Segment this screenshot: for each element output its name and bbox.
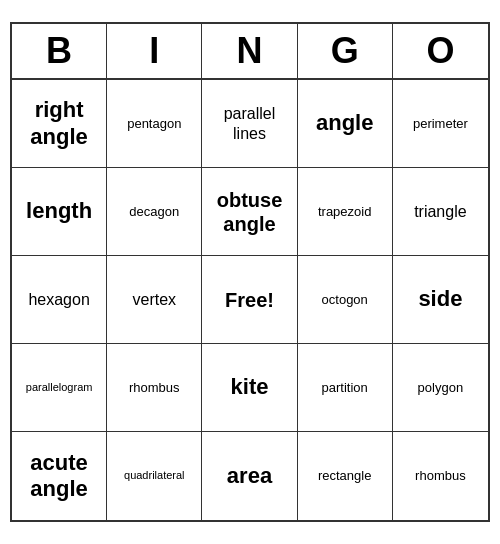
cell-text: parallelogram — [26, 381, 93, 394]
bingo-cell: hexagon — [12, 256, 107, 344]
bingo-cell: parallel lines — [202, 80, 297, 168]
cell-text: pentagon — [127, 116, 181, 132]
cell-text: vertex — [133, 290, 177, 309]
header-letter: B — [12, 24, 107, 78]
cell-text: octogon — [322, 292, 368, 308]
bingo-cell: partition — [298, 344, 393, 432]
bingo-cell: obtuse angle — [202, 168, 297, 256]
bingo-cell: angle — [298, 80, 393, 168]
bingo-cell: area — [202, 432, 297, 520]
bingo-cell: acute angle — [12, 432, 107, 520]
bingo-cell: side — [393, 256, 488, 344]
cell-text: obtuse angle — [206, 188, 292, 236]
header-letter: N — [202, 24, 297, 78]
bingo-grid: right anglepentagonparallel linesanglepe… — [12, 80, 488, 520]
bingo-cell: rhombus — [393, 432, 488, 520]
bingo-cell: parallelogram — [12, 344, 107, 432]
cell-text: angle — [316, 110, 373, 136]
cell-text: right angle — [16, 97, 102, 150]
cell-text: area — [227, 463, 272, 489]
bingo-cell: trapezoid — [298, 168, 393, 256]
bingo-header: BINGO — [12, 24, 488, 80]
bingo-cell: length — [12, 168, 107, 256]
bingo-cell: vertex — [107, 256, 202, 344]
bingo-cell: rectangle — [298, 432, 393, 520]
bingo-cell: decagon — [107, 168, 202, 256]
bingo-cell: octogon — [298, 256, 393, 344]
cell-text: perimeter — [413, 116, 468, 132]
bingo-cell: Free! — [202, 256, 297, 344]
cell-text: Free! — [225, 288, 274, 312]
cell-text: rectangle — [318, 468, 371, 484]
bingo-cell: polygon — [393, 344, 488, 432]
cell-text: quadrilateral — [124, 469, 185, 482]
cell-text: trapezoid — [318, 204, 371, 220]
cell-text: polygon — [418, 380, 464, 396]
bingo-cell: perimeter — [393, 80, 488, 168]
cell-text: acute angle — [16, 450, 102, 503]
bingo-cell: right angle — [12, 80, 107, 168]
cell-text: length — [26, 198, 92, 224]
bingo-cell: triangle — [393, 168, 488, 256]
cell-text: triangle — [414, 202, 466, 221]
cell-text: partition — [322, 380, 368, 396]
cell-text: decagon — [129, 204, 179, 220]
header-letter: G — [298, 24, 393, 78]
cell-text: kite — [231, 374, 269, 400]
bingo-cell: rhombus — [107, 344, 202, 432]
cell-text: side — [418, 286, 462, 312]
cell-text: rhombus — [415, 468, 466, 484]
header-letter: I — [107, 24, 202, 78]
cell-text: rhombus — [129, 380, 180, 396]
header-letter: O — [393, 24, 488, 78]
cell-text: parallel lines — [206, 104, 292, 142]
bingo-cell: quadrilateral — [107, 432, 202, 520]
bingo-card: BINGO right anglepentagonparallel linesa… — [10, 22, 490, 522]
cell-text: hexagon — [28, 290, 89, 309]
bingo-cell: pentagon — [107, 80, 202, 168]
bingo-cell: kite — [202, 344, 297, 432]
